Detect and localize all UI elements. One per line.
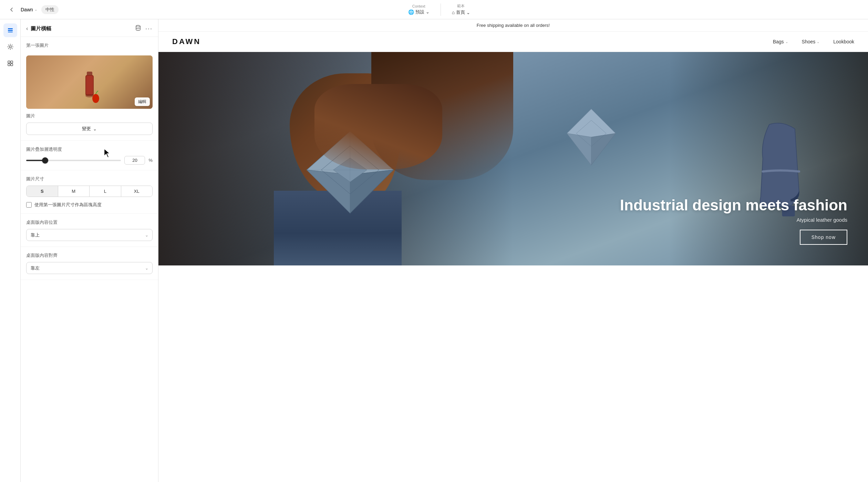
svg-marker-23 — [567, 109, 616, 137]
sample-dropdown[interactable]: ⌂ 首頁 ⌄ — [452, 9, 470, 15]
svg-point-8 — [136, 25, 140, 27]
svg-rect-5 — [11, 61, 13, 63]
opacity-percent: % — [148, 158, 153, 163]
align-select-wrapper: 靠左 ⌄ — [26, 262, 153, 274]
app-name-chevron: ⌄ — [34, 8, 37, 11]
size-xl-button[interactable]: XL — [121, 186, 153, 197]
panel-more-button[interactable]: ··· — [145, 25, 153, 32]
size-s-button[interactable]: S — [27, 186, 58, 197]
svg-rect-2 — [8, 32, 13, 32]
bags-chevron: ⌄ — [785, 40, 788, 44]
sample-label: 範本 — [457, 3, 465, 9]
checkbox-row: 使用第一張圖片尺寸作為區塊高度 — [26, 202, 153, 208]
size-l-button[interactable]: L — [90, 186, 121, 197]
nav-item-bags[interactable]: Bags ⌄ — [773, 39, 788, 44]
context-label: Context — [412, 4, 425, 8]
geometric-bag-small — [513, 105, 669, 180]
size-label: 圖片尺寸 — [26, 176, 153, 182]
sidebar-icon-blocks[interactable] — [3, 56, 17, 70]
sidebar-icon-settings[interactable] — [3, 40, 17, 54]
main-layout: ‹ 圖片橫幅 ··· 第一張圖片 — [0, 19, 868, 482]
nav-item-lookbook[interactable]: Lookbook — [833, 39, 854, 44]
shop-now-button[interactable]: Shop now — [800, 230, 847, 245]
image-preview: 編輯 — [26, 55, 153, 109]
edit-button[interactable]: 編輯 — [135, 97, 150, 106]
home-icon: ⌂ — [452, 10, 455, 15]
opacity-input[interactable] — [124, 156, 145, 165]
panel-section-position: 桌面版內容位置 靠上 ⌄ — [21, 214, 158, 247]
store-nav: DAWN Bags ⌄ Shoes ⌄ Lookbook — [158, 32, 868, 52]
svg-rect-7 — [11, 64, 13, 66]
panel-section-size: 圖片尺寸 S M L XL 使用第一張圖片尺寸作為區塊高度 — [21, 170, 158, 214]
panel-title: 圖片橫幅 — [31, 25, 51, 32]
svg-rect-4 — [8, 61, 10, 63]
nav-item-shoes[interactable]: Shoes ⌄ — [802, 39, 820, 44]
size-row: S M L XL — [26, 186, 153, 197]
slider-row: % — [26, 156, 153, 165]
hero-subtext: Atypical leather goods — [620, 217, 847, 223]
align-label: 桌面版內容對齊 — [26, 252, 153, 259]
shoes-chevron: ⌄ — [817, 40, 819, 44]
app-name-dropdown[interactable]: Dawn ⌄ — [21, 7, 37, 12]
sample-group: 範本 ⌂ 首頁 ⌄ — [452, 3, 470, 15]
preview-area: Free shipping available on all orders! D… — [158, 19, 868, 482]
section1-label: 第一張圖片 — [26, 42, 49, 49]
panel-section-opacity: 圖片疊加層透明度 % — [21, 141, 158, 170]
preview-bg: 編輯 — [26, 55, 153, 109]
preview-frame: Free shipping available on all orders! D… — [158, 19, 868, 482]
app-name-label: Dawn — [21, 7, 33, 12]
hero-banner: Industrial design meets fashion Atypical… — [158, 52, 868, 265]
panel-section-image: 第一張圖片 編輯 — [21, 37, 158, 141]
panel-back-button[interactable]: ‹ — [26, 25, 28, 32]
svg-marker-24 — [591, 133, 616, 165]
position-select[interactable]: 靠上 — [26, 229, 153, 241]
size-m-button[interactable]: M — [58, 186, 90, 197]
top-bar: Dawn ⌄ 中性 Context 🌐 預設 ⌄ 範本 ⌂ 首頁 ⌄ — [0, 0, 868, 19]
globe-icon: 🌐 — [408, 9, 414, 15]
change-chevron: ⌄ — [93, 126, 97, 132]
align-select[interactable]: 靠左 — [26, 262, 153, 274]
use-first-image-checkbox[interactable] — [26, 202, 32, 208]
position-select-wrapper: 靠上 ⌄ — [26, 229, 153, 241]
hero-text: Industrial design meets fashion Atypical… — [620, 197, 847, 245]
opacity-slider-track[interactable] — [26, 160, 121, 161]
panel: ‹ 圖片橫幅 ··· 第一張圖片 — [21, 19, 158, 482]
opacity-label: 圖片疊加層透明度 — [26, 146, 153, 153]
svg-rect-1 — [8, 30, 13, 31]
neutral-badge: 中性 — [41, 5, 59, 14]
svg-rect-6 — [8, 64, 10, 66]
panel-section-align: 桌面版內容對齊 靠左 ⌄ — [21, 247, 158, 280]
slider-thumb[interactable] — [42, 157, 48, 164]
announcement-text: Free shipping available on all orders! — [477, 23, 550, 28]
store-logo: DAWN — [172, 37, 201, 46]
announcement-bar: Free shipping available on all orders! — [158, 19, 868, 32]
image-label: 圖片 — [26, 113, 153, 119]
svg-marker-25 — [567, 133, 591, 165]
svg-point-13 — [92, 94, 99, 103]
arm-overlay-2 — [314, 84, 442, 169]
position-label: 桌面版內容位置 — [26, 219, 153, 226]
context-group: Context 🌐 預設 ⌄ — [408, 4, 430, 15]
panel-header: ‹ 圖片橫幅 ··· — [21, 19, 158, 37]
divider — [441, 3, 441, 16]
checkbox-label: 使用第一張圖片尺寸作為區塊高度 — [34, 202, 102, 208]
top-bar-left: Dawn ⌄ 中性 — [7, 5, 59, 14]
svg-point-3 — [9, 46, 11, 48]
change-button[interactable]: 變更 ⌄ — [26, 123, 153, 135]
sample-value-label: 首頁 — [456, 9, 465, 15]
sample-chevron: ⌄ — [466, 10, 470, 15]
panel-header-left: ‹ 圖片橫幅 — [26, 25, 51, 32]
back-button[interactable] — [7, 5, 17, 14]
sidebar-icons — [0, 19, 21, 482]
hero-headline: Industrial design meets fashion — [620, 197, 847, 213]
change-label: 變更 — [82, 126, 91, 132]
database-icon[interactable] — [135, 25, 141, 32]
svg-rect-0 — [8, 28, 13, 29]
top-bar-center: Context 🌐 預設 ⌄ 範本 ⌂ 首頁 ⌄ — [408, 3, 470, 16]
context-value-label: 預設 — [415, 9, 424, 15]
context-dropdown[interactable]: 🌐 預設 ⌄ — [408, 9, 430, 15]
sidebar-icon-layers[interactable] — [3, 23, 17, 37]
context-chevron: ⌄ — [426, 9, 430, 14]
object-icon — [91, 90, 101, 104]
